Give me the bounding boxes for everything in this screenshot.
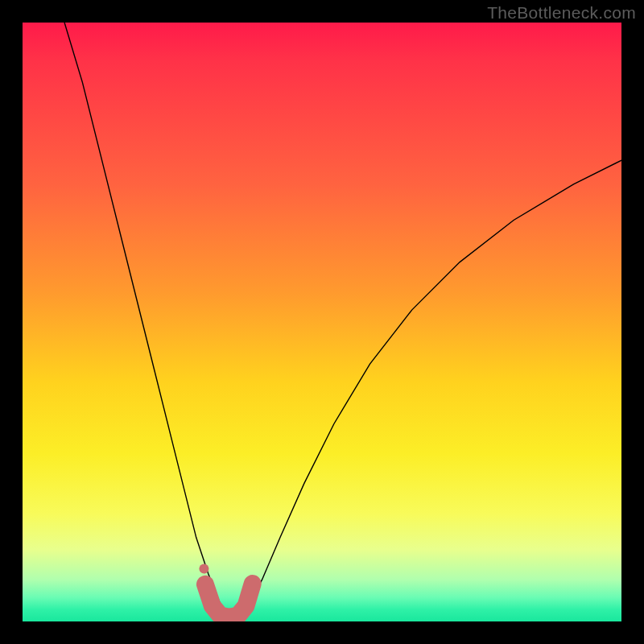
bottleneck-curve — [64, 23, 621, 616]
watermark-text: TheBottleneck.com — [487, 3, 636, 23]
plot-area — [23, 23, 621, 621]
marker-dot-icon — [199, 564, 208, 574]
optimal-range-marker — [205, 584, 253, 617]
chart-frame: TheBottleneck.com — [0, 0, 644, 644]
chart-svg — [23, 23, 621, 621]
